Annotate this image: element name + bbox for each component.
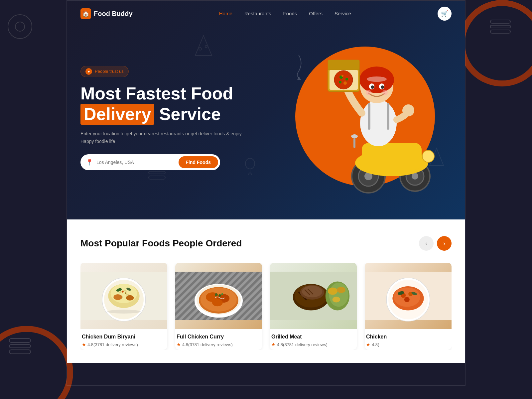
svg-point-90 [221, 293, 223, 295]
logo-text: Food Buddy [94, 10, 133, 18]
food-card-image-grilled [270, 263, 357, 329]
food-rating-biryani: ★ 4.8(3781 delivery reviews) [82, 342, 166, 347]
svg-point-55 [345, 78, 348, 80]
svg-point-0 [8, 15, 32, 39]
svg-rect-2 [490, 20, 510, 23]
svg-point-98 [329, 283, 348, 307]
deco-circle-right-top [459, 0, 532, 86]
svg-point-37 [360, 100, 397, 146]
popular-section: Most Popular Foods People Ordered ‹ › [67, 219, 465, 363]
svg-point-48 [382, 90, 388, 95]
svg-point-65 [111, 284, 137, 303]
star-icon: ★ [82, 342, 86, 347]
svg-point-1 [15, 22, 25, 31]
svg-point-109 [404, 297, 410, 302]
rating-text-chicken: 4.8( [372, 342, 379, 347]
carousel-prev-button[interactable]: ‹ [419, 236, 434, 251]
food-rating-chicken: ★ 4.8( [366, 342, 450, 347]
outer-right-burger-icon [489, 17, 512, 38]
rating-text-grilled: 4.8(3781 delivery reviews) [277, 342, 328, 347]
svg-point-87 [212, 299, 223, 306]
svg-point-45 [371, 85, 374, 89]
svg-point-34 [422, 150, 434, 162]
food-card-grilled: Grilled Meat ★ 4.8(3781 delivery reviews… [270, 263, 357, 350]
outer-left-icon [7, 13, 33, 41]
svg-rect-59 [328, 60, 359, 70]
find-foods-button[interactable]: Find Foods [179, 156, 218, 168]
svg-rect-3 [490, 25, 510, 28]
food-card-image-curry [175, 263, 262, 329]
hero-left: ♥ People trust us Most Fastest Food Deli… [80, 66, 243, 170]
hero-title-line2: Delivery Service [80, 104, 243, 125]
star-icon-chicken: ★ [366, 342, 370, 347]
food-card-body-chicken: Chicken ★ 4.8( [365, 329, 452, 350]
svg-rect-6 [9, 344, 31, 348]
svg-rect-35 [353, 138, 355, 148]
food-card-image-chicken [365, 263, 452, 329]
svg-point-88 [215, 293, 218, 296]
carousel-controls: ‹ › [419, 236, 452, 251]
trust-label: People trust us [95, 69, 124, 74]
svg-point-100 [337, 287, 345, 293]
food-cards-container: Chicken Dum Biryani ★ 4.8(3781 delivery … [80, 263, 452, 350]
nav-home[interactable]: Home [219, 11, 232, 16]
hero-title-service: Service [159, 104, 221, 124]
svg-point-58 [341, 75, 343, 77]
svg-point-46 [381, 85, 384, 89]
arrow-decoration [289, 53, 309, 81]
svg-rect-4 [490, 30, 510, 33]
svg-rect-7 [9, 350, 31, 354]
logo: 🏠 Food Buddy [80, 8, 133, 19]
svg-rect-5 [9, 338, 31, 342]
svg-point-75 [126, 295, 134, 301]
svg-point-49 [402, 104, 414, 116]
navbar: 🏠 Food Buddy Home Restaurants Foods Offe… [67, 1, 465, 27]
rating-text-biryani: 4.8(3781 delivery reviews) [87, 342, 138, 347]
svg-point-70 [122, 291, 124, 293]
nav-offers[interactable]: Offers [309, 11, 323, 16]
food-card-curry: Full Chicken Curry ★ 4.8(3781 delivery r… [175, 263, 262, 350]
nav-links: Home Restaurants Foods Offers Service [219, 11, 351, 17]
food-name-curry: Full Chicken Curry [177, 334, 261, 340]
cart-icon: 🛒 [441, 10, 448, 17]
svg-point-47 [366, 90, 371, 95]
hero-title-line1: Most Fastest Food [80, 84, 243, 104]
food-card-body-curry: Full Chicken Curry ★ 4.8(3781 delivery r… [175, 329, 262, 350]
nav-service[interactable]: Service [334, 11, 351, 16]
svg-point-76 [107, 310, 141, 314]
svg-point-101 [332, 297, 340, 302]
svg-point-74 [113, 294, 122, 300]
star-icon-curry: ★ [177, 342, 181, 347]
svg-point-96 [302, 286, 322, 298]
food-card-body-biryani: Chicken Dum Biryani ★ 4.8(3781 delivery … [80, 329, 167, 350]
svg-point-36 [351, 134, 358, 138]
rating-text-curry: 4.8(3781 delivery reviews) [182, 342, 233, 347]
hero-highlight: Delivery [80, 104, 154, 125]
search-bar: 📍 Find Foods [80, 154, 220, 170]
food-name-grilled: Grilled Meat [271, 334, 355, 340]
food-rating-grilled: ★ 4.8(3781 delivery reviews) [271, 342, 355, 347]
hero-section: 🏠 Food Buddy Home Restaurants Foods Offe… [67, 1, 465, 219]
hero-description: Enter your location to get your nearest … [80, 130, 243, 145]
delivery-person-illustration [299, 47, 445, 200]
section-header: Most Popular Foods People Ordered ‹ › [80, 236, 452, 251]
svg-point-89 [219, 294, 221, 297]
svg-rect-39 [387, 103, 389, 130]
nav-foods[interactable]: Foods [283, 11, 297, 16]
carousel-next-button[interactable]: › [437, 236, 452, 251]
nav-restaurants[interactable]: Restaurants [244, 11, 271, 16]
svg-point-56 [339, 81, 341, 83]
cart-button[interactable]: 🛒 [438, 7, 452, 21]
section-title: Most Popular Foods People Ordered [80, 238, 242, 249]
location-search-input[interactable] [96, 160, 175, 165]
food-card-image-biryani [80, 263, 167, 329]
svg-rect-38 [368, 103, 370, 130]
outer-left-burger-icon [7, 334, 33, 359]
food-card-chicken: Chicken ★ 4.8( [365, 263, 452, 350]
hero-content: ♥ People trust us Most Fastest Food Deli… [67, 27, 465, 219]
svg-point-57 [343, 81, 347, 85]
svg-point-99 [328, 288, 337, 295]
food-card-biryani: Chicken Dum Biryani ★ 4.8(3781 delivery … [80, 263, 167, 350]
svg-point-71 [125, 292, 126, 294]
star-icon-grilled: ★ [271, 342, 276, 347]
